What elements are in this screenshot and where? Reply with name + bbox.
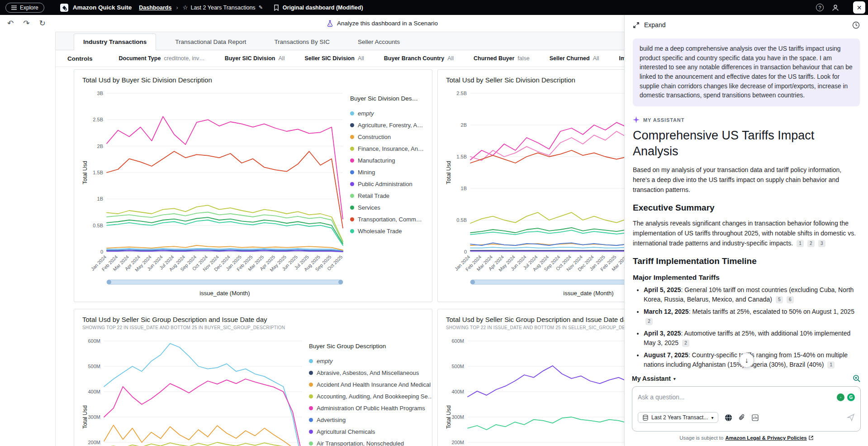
legend-dot (350, 123, 354, 127)
citation-chip[interactable]: 2 (807, 240, 815, 247)
citation-chip[interactable]: 3 (818, 240, 825, 247)
citation-chip[interactable]: 6 (787, 296, 794, 303)
legend-item[interactable]: Services (350, 201, 436, 213)
filter-seller-churned[interactable]: Seller ChurnedAll (550, 55, 599, 62)
chart-card-buyer-sic-group: Total Usd by Seller Sic Group Descriptio… (74, 309, 432, 446)
legend-label: Administration Of Public Health Programs (317, 405, 425, 412)
svg-text:300M: 300M (451, 414, 464, 420)
question-box: ◦ G Last 2 Years Transact... ▾ (632, 386, 861, 432)
legal-policies-link[interactable]: Amazon Legal & Privacy Policies (725, 435, 806, 441)
citation-chip[interactable]: 1 (827, 361, 835, 369)
legend-label: empty (317, 358, 332, 364)
tab-industry-transactions[interactable]: Industry Transactions (74, 34, 156, 50)
legend-dot (309, 383, 313, 387)
star-icon[interactable]: ☆ (183, 4, 188, 11)
filter-buyer-sic-division[interactable]: Buyer SIC DivisionAll (225, 55, 285, 62)
svg-text:Total Usd: Total Usd (82, 161, 88, 184)
svg-text:600M: 600M (88, 338, 100, 344)
exec-summary-text: The analysis reveals significant changes… (633, 219, 860, 248)
filter-document-type[interactable]: Document Typecreditnote, inv… (119, 55, 205, 62)
legend-item[interactable]: Accident And Health Insurance And Medica… (309, 379, 432, 390)
quick-suite-logo (60, 3, 69, 12)
legend-dot (350, 206, 354, 210)
exec-summary-heading: Executive Summary (633, 203, 860, 213)
expand-label[interactable]: Expand (644, 21, 665, 29)
help-icon[interactable]: ? (816, 4, 824, 11)
svg-text:2B: 2B (461, 122, 467, 128)
chart-subtitle: SHOWING TOP 22 IN ISSUE_DATE AND BOTTOM … (74, 323, 432, 330)
legend-item[interactable]: empty (309, 355, 432, 367)
history-icon[interactable] (852, 21, 860, 29)
dataset-icon (643, 415, 648, 421)
scroll-to-bottom-button[interactable]: ↓ (739, 353, 754, 368)
legend-item[interactable]: Air Transportation, Nonscheduled (309, 437, 432, 446)
browser-extension-icon[interactable]: ◦ (837, 393, 844, 401)
filter-seller-sic-division[interactable]: Seller SIC DivisionAll (304, 55, 364, 62)
legend-item[interactable]: Retail Trade (350, 190, 436, 201)
citation-chip[interactable]: 2 (645, 318, 653, 325)
close-icon[interactable]: ✕ (853, 1, 865, 14)
chart-plot[interactable]: 00.5B1B1.5B2B2.5B3BJan 2024Feb 2024Mar 2… (81, 88, 350, 301)
legend-item[interactable]: Public Administration (350, 178, 436, 190)
citation-chip[interactable]: 1 (797, 240, 804, 247)
globe-icon[interactable] (725, 414, 732, 422)
usage-footer: Usage is subject to Amazon Legal & Priva… (632, 432, 861, 444)
dataset-chip[interactable]: Last 2 Years Transact... ▾ (638, 412, 718, 423)
filter-buyer-branch-country[interactable]: Buyer Branch CountryAll (384, 55, 454, 62)
legend-dot (350, 194, 354, 198)
legend-item[interactable]: Agriculture, Forestry, A… (350, 119, 436, 131)
svg-text:200M: 200M (88, 440, 100, 445)
breadcrumb-separator: › (176, 4, 178, 11)
zoom-in-icon[interactable] (853, 374, 861, 383)
reset-icon[interactable]: ↻ (39, 19, 46, 28)
legend-item[interactable]: Transportation, Comm… (350, 213, 436, 225)
redo-icon[interactable]: ↷ (23, 19, 29, 28)
grammarly-icon[interactable]: G (847, 393, 855, 401)
legend-label: Construction (358, 134, 391, 140)
legend-item[interactable]: Wholesale Trade (350, 225, 436, 237)
legend-dot (309, 371, 313, 375)
legend-title: Buyer Sic Group Description (309, 343, 432, 350)
tab-transactions-by-sic[interactable]: Transactions By SIC (265, 34, 339, 50)
explore-button[interactable]: Explore (5, 3, 44, 13)
analyze-scenario-button[interactable]: Analyze this dashboard in a Scenario (327, 15, 438, 32)
ask-question-input[interactable] (638, 393, 837, 401)
attach-icon[interactable] (739, 414, 745, 421)
legend-item[interactable]: Accounting, Auditing, And Bookkeeping Se… (309, 390, 432, 402)
legend-label: Transportation, Comm… (358, 216, 422, 223)
assistant-selector[interactable]: My Assistant (632, 375, 671, 382)
svg-text:1B: 1B (461, 186, 467, 191)
legend-item[interactable]: empty (350, 107, 436, 119)
chevron-down-icon[interactable]: ▾ (674, 376, 676, 381)
expand-icon[interactable] (633, 22, 640, 29)
insights-icon[interactable] (752, 414, 759, 421)
top-bar: Explore Amazon Quick Suite Dashboards › … (0, 0, 868, 15)
legend-dot (350, 217, 354, 221)
undo-icon[interactable]: ↶ (7, 19, 14, 28)
assistant-composer: My Assistant ▾ ◦ G (625, 371, 868, 446)
legend-item[interactable]: Agricultural Chemicals (309, 426, 432, 437)
sparkle-icon (633, 116, 640, 123)
legend-item[interactable]: Manufacturing (350, 154, 436, 166)
edit-icon[interactable]: ✎ (259, 5, 263, 10)
legend-item[interactable]: Construction (350, 131, 436, 143)
legend-item[interactable]: Advertising (309, 414, 432, 426)
legend-item[interactable]: Abrasive, Asbestos, And Miscellaneous (309, 367, 432, 379)
legend-item[interactable]: Finance, Insurance, An… (350, 143, 436, 154)
legend-label: Advertising (317, 417, 346, 423)
bookmark-icon[interactable] (274, 5, 279, 11)
user-icon[interactable] (832, 4, 839, 11)
svg-text:0: 0 (464, 249, 467, 254)
legend-item[interactable]: Administration Of Public Health Programs (309, 402, 432, 414)
tab-transactional-data-report[interactable]: Transactional Data Report (166, 34, 255, 50)
send-icon[interactable] (847, 413, 855, 422)
assistant-label: MY ASSISTANT (643, 117, 684, 123)
legend-item[interactable]: Mining (350, 166, 436, 178)
tab-seller-accounts[interactable]: Seller Accounts (349, 34, 409, 50)
filter-churned-buyer[interactable]: Churned Buyerfalse (474, 55, 530, 62)
citation-chip[interactable]: 5 (776, 296, 783, 303)
citation-chip[interactable]: 2 (682, 340, 689, 347)
chart-plot[interactable]: 0100M200M300M400M500M600MTotal Usd (81, 336, 309, 446)
breadcrumb-dashboards[interactable]: Dashboards (139, 5, 171, 11)
svg-text:0: 0 (100, 249, 103, 254)
